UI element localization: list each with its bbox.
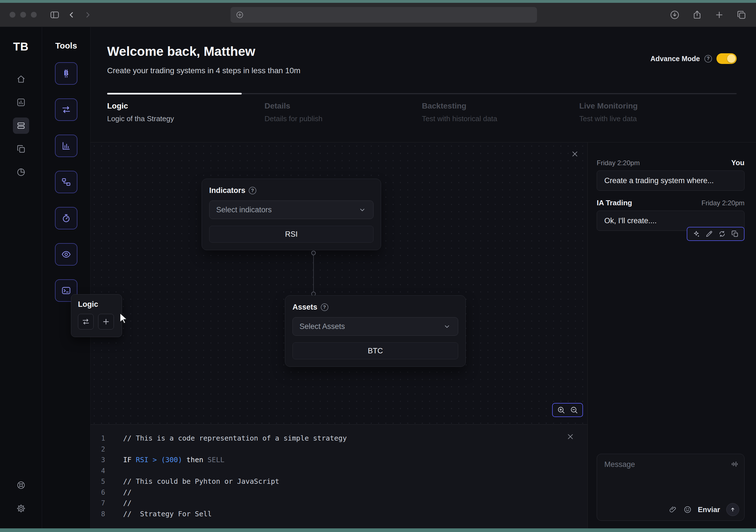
forward-icon[interactable] [83,11,92,19]
step-live-monitoring[interactable]: Live Monitoring Test with live data [579,101,737,123]
steps-progress-active [107,93,242,94]
tool-bitcoin-button[interactable]: B [55,62,77,85]
plus-icon [102,317,110,326]
indicator-value-rsi[interactable]: RSI [209,226,373,243]
bar-chart-icon [61,141,71,151]
new-tab-plus-icon[interactable] [715,10,724,20]
page-subtitle: Create your trading systems in 4 steps i… [107,66,300,75]
canvas-close-icon[interactable] [571,150,579,158]
share-icon[interactable] [692,10,702,20]
wizard-steps: Logic Logic of tha Strategy Details Deta… [107,93,737,123]
page-title: Welcome back, Matthew [107,44,300,59]
tool-timer-button[interactable] [55,207,77,229]
sidebar-item-settings[interactable] [13,500,29,517]
pencil-icon[interactable] [705,230,713,238]
chevron-down-icon [443,322,451,331]
sidebar-item-help[interactable] [13,477,29,493]
close-window-button[interactable] [10,12,15,18]
strategy-workspace: Indicators ? Select indicators RSI [91,143,588,528]
zoom-in-icon[interactable] [556,406,566,414]
node-handle-top[interactable] [311,251,316,255]
indicators-dropdown[interactable]: Select indicators [209,200,373,219]
sidebar-toggle-icon[interactable] [50,10,60,20]
advance-mode-control: Advance Mode ? [651,53,737,64]
terminal-icon [61,285,71,296]
step-description: Logic of tha Strategy [107,115,264,123]
refresh-icon[interactable] [718,230,726,238]
asset-value-btc[interactable]: BTC [292,342,458,359]
emoji-icon[interactable] [683,505,692,514]
chat-user-label: You [731,158,744,167]
assets-dropdown-placeholder: Select Assets [300,322,345,331]
builder-rows-icon [16,121,26,130]
sidebar-item-builder[interactable] [13,118,29,134]
node-connector [313,255,314,292]
chat-assistant-meta: IA Trading Friday 2:20pm [597,199,744,207]
app-body: TB Tools [0,27,756,528]
logic-add-button[interactable] [98,314,114,330]
code-lines: 1// This is a code representation of a s… [91,433,587,519]
step-logic[interactable]: Logic Logic of tha Strategy [107,101,264,123]
node-canvas[interactable]: Indicators ? Select indicators RSI [91,143,587,424]
mouse-cursor-icon [118,312,129,325]
code-line: 4 [91,466,587,476]
svg-text:B: B [64,69,68,77]
sidebar-item-analytics[interactable] [13,94,29,111]
step-description: Details for publish [264,115,422,123]
tool-chart-button[interactable] [55,135,77,157]
sidebar-item-home[interactable] [13,71,29,87]
tool-watch-button[interactable] [55,243,77,266]
step-label: Backtesting [422,101,579,111]
code-line: 2 [91,444,587,455]
sparkle-icon[interactable] [692,230,700,238]
help-circle-icon: ? [321,304,328,311]
step-backtesting[interactable]: Backtesting Test with historical data [422,101,579,123]
copy-windows-icon [16,144,26,154]
send-button[interactable] [726,503,739,516]
advance-mode-toggle[interactable] [716,53,737,64]
indicators-node[interactable]: Indicators ? Select indicators RSI [202,179,381,250]
code-line: 1// This is a code representation of a s… [91,433,587,444]
code-panel-close-icon[interactable] [566,433,575,441]
step-label: Details [264,101,422,111]
step-description: Test with historical data [422,115,579,123]
paperclip-icon[interactable] [669,505,677,514]
waveform-icon [731,460,739,468]
chat-user-message: Create a trading system where... [597,171,744,191]
minimize-window-button[interactable] [20,12,26,18]
zoom-window-button[interactable] [31,12,37,18]
logic-swap-button[interactable] [78,314,94,330]
tool-flow-button[interactable] [55,171,77,193]
main-area: Welcome back, Matthew Create your tradin… [91,27,756,528]
message-input[interactable] [604,460,719,497]
step-details[interactable]: Details Details for publish [264,101,422,123]
window-controls[interactable] [10,12,37,18]
pie-chart-icon [16,168,26,177]
copy-icon[interactable] [731,230,739,238]
address-bar-input[interactable] [248,11,532,19]
browser-chrome [0,3,756,27]
zoom-out-icon[interactable] [570,406,579,414]
tool-swap-button[interactable] [55,98,77,121]
download-icon[interactable] [670,10,680,20]
arrow-up-icon [729,506,736,513]
app-logo: TB [13,40,29,53]
sidebar-item-templates[interactable] [13,141,29,157]
timer-icon [61,213,71,223]
tools-sidebar: Tools B [42,27,91,528]
sidebar-item-portfolio[interactable] [13,164,29,180]
window-edge-bottom [0,528,756,532]
code-editor-panel[interactable]: 1// This is a code representation of a s… [91,424,587,528]
window-edge-top [0,0,756,3]
assets-node[interactable]: Assets ? Select Assets BTC [285,295,466,367]
swap-arrows-icon [61,105,71,115]
toggle-knob [727,54,736,63]
assets-dropdown[interactable]: Select Assets [292,317,458,336]
steps-progress-track [107,93,737,94]
indicators-dropdown-placeholder: Select indicators [216,205,272,214]
address-bar[interactable] [230,7,537,23]
back-icon[interactable] [67,11,76,19]
message-composer[interactable]: Enviar [597,454,744,521]
swap-arrows-icon [82,317,90,326]
tab-overview-icon[interactable] [736,10,746,20]
